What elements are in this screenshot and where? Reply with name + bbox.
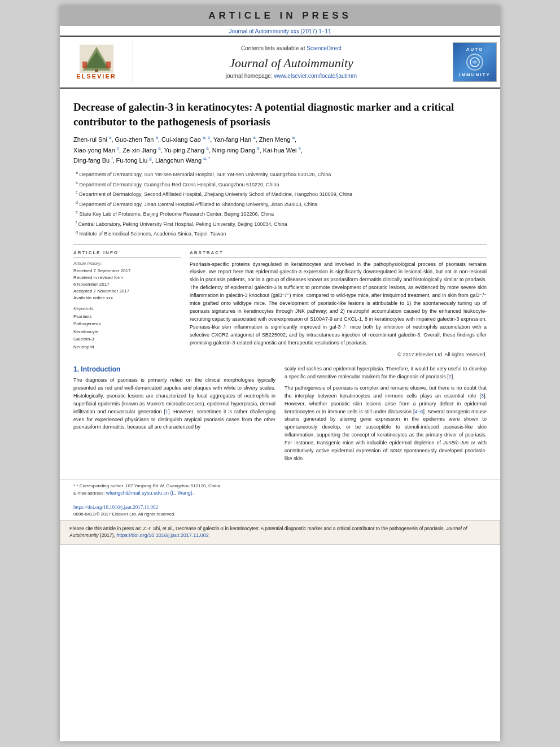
intro-body-right: scaly red rashes and epidermal hyperplas… (285, 365, 487, 463)
keyword-pathogenesis: Pathogenesis (73, 320, 181, 328)
revised-date: 6 November 2017 (73, 281, 181, 288)
issn-text: 0896-8411/© 2017 Elsevier Ltd. All right… (73, 511, 487, 518)
article-info-col: ARTICLE INFO Article history: Received 7… (73, 250, 181, 357)
citation-bar-text: Please cite this article in press as: Z.… (69, 525, 491, 540)
elsevier-text: ELSEVIER (76, 73, 116, 80)
abstract-text: Psoriasis-specific proteins dysregulated… (190, 261, 487, 347)
journal-title-area: Contents lists available at ScienceDirec… (133, 40, 449, 84)
keywords-label: Keywords: (73, 306, 181, 311)
affil-c: c Department of Dermatology, Second Affi… (76, 190, 487, 199)
revised-label: Received in revised form (73, 274, 181, 281)
intro-para1: The diagnosis of psoriasis is primarily … (73, 377, 275, 432)
email-note: E-mail address: wliangch@mail.sysu.edu.c… (73, 490, 487, 497)
affil-e: e State Key Lab of Proteome, Beijing Pro… (76, 209, 487, 219)
intro-left-col: 1. Introduction The diagnosis of psorias… (73, 365, 275, 466)
logo-circle-icon (469, 56, 480, 68)
sciencedirect-link[interactable]: ScienceDirect (307, 45, 342, 51)
intro-right-col: scaly red rashes and epidermal hyperplas… (285, 365, 487, 466)
affiliations: a Department of Dermatology, Sun Yat-sen… (73, 170, 487, 238)
citation-doi[interactable]: https://doi.org/10.1016/j.jaut.2017.11.0… (116, 532, 209, 538)
main-content: Decrease of galectin-3 in keratinocytes:… (60, 89, 500, 473)
journal-cite-text: Journal of Autoimmunity xxx (2017) 1–11 (229, 28, 331, 34)
abstract-col: ABSTRACT Psoriasis-specific proteins dys… (190, 250, 487, 357)
affil-a: a Department of Dermatology, Sun Yat-sen… (76, 170, 487, 179)
ref-3[interactable]: 3 (481, 393, 484, 399)
keyword-neutrophil: Neutrophil (73, 343, 181, 351)
journal-cite: Journal of Autoimmunity xxx (2017) 1–11 (60, 26, 500, 36)
ref-2[interactable]: 2 (449, 374, 452, 379)
affil-d: d Department of Dermatology, Jinan Centr… (76, 200, 487, 209)
history-label: Article history: (73, 261, 181, 266)
email-link[interactable]: wliangch@mail.sysu.edu.cn (L. Wang). (106, 490, 194, 496)
journal-header: ELSEVIER Contents lists available at Sci… (60, 36, 500, 89)
svg-rect-5 (106, 62, 111, 68)
banner-text: ARTICLE IN PRESS (208, 10, 352, 21)
keyword-galectin: Galectin-3 (73, 335, 181, 343)
paper-title: Decrease of galectin-3 in keratinocytes:… (73, 100, 487, 129)
introduction-section: 1. Introduction The diagnosis of psorias… (73, 365, 487, 466)
homepage-link[interactable]: www.elsevier.com/locate/jautimm (274, 73, 357, 79)
keyword-keratinocyte: Keratinocyte (73, 328, 181, 336)
ref-1[interactable]: 1 (165, 409, 168, 414)
authors-line: Zhen-rui Shi a, Guo-zhen Tan a, Cui-xian… (73, 134, 487, 165)
ref-4-6[interactable]: 4–6 (414, 409, 423, 414)
elsevier-tree-icon (80, 45, 113, 73)
elsevier-logo-area: ELSEVIER (60, 40, 133, 84)
affil-f: f Central Laboratory, Peking University … (76, 220, 487, 229)
intro-heading: 1. Introduction (73, 365, 275, 373)
svg-rect-3 (95, 69, 98, 72)
keyword-psoriasis: Psoriasis (73, 313, 181, 321)
copyright-text: © 2017 Elsevier Ltd. All rights reserved… (190, 352, 487, 357)
page: ARTICLE IN PRESS Journal of Autoimmunity… (60, 6, 500, 741)
received-text: Received 7 September 2017 (73, 268, 181, 274)
svg-rect-4 (82, 62, 87, 68)
sciencedirect-label: Contents lists available at ScienceDirec… (241, 45, 342, 51)
elsevier-logo: ELSEVIER (76, 45, 116, 80)
abstract-label: ABSTRACT (190, 250, 487, 257)
accepted-text: Accepted 7 November 2017 (73, 288, 181, 295)
available-text: Available online xxx (73, 295, 181, 302)
journal-logo: AUTO IMMUNITY (453, 42, 497, 82)
journal-title: Journal of Autoimmunity (229, 56, 353, 71)
logo-auto-text: AUTO (466, 47, 484, 52)
corresponding-note: * * Corresponding author. 107 Yanjiang R… (73, 483, 487, 490)
affil-g: g Institute of Biomedical Sciences, Acad… (76, 229, 487, 238)
citation-bar: Please cite this article in press as: Z.… (60, 520, 500, 545)
affil-b: b Department of Dermatology, Guangzhou R… (76, 180, 487, 189)
journal-logo-area: AUTO IMMUNITY (449, 40, 500, 84)
logo-immunity-text: IMMUNITY (459, 72, 491, 77)
intro-body-left: The diagnosis of psoriasis is primarily … (73, 377, 275, 432)
footer-notes: * * Corresponding author. 107 Yanjiang R… (60, 479, 500, 520)
journal-homepage: journal homepage: www.elsevier.com/locat… (226, 73, 357, 79)
intro-para2: scaly red rashes and epidermal hyperplas… (285, 365, 487, 381)
intro-para3: The pathogenesis of psoriasis is complex… (285, 385, 487, 463)
article-info-abstract: ARTICLE INFO Article history: Received 7… (73, 244, 487, 357)
doi-link[interactable]: https://doi.org/10.1016/j.jaut.2017.11.0… (73, 504, 158, 510)
article-banner: ARTICLE IN PRESS (60, 6, 500, 26)
logo-circle (466, 54, 483, 71)
article-info-label: ARTICLE INFO (73, 250, 181, 257)
